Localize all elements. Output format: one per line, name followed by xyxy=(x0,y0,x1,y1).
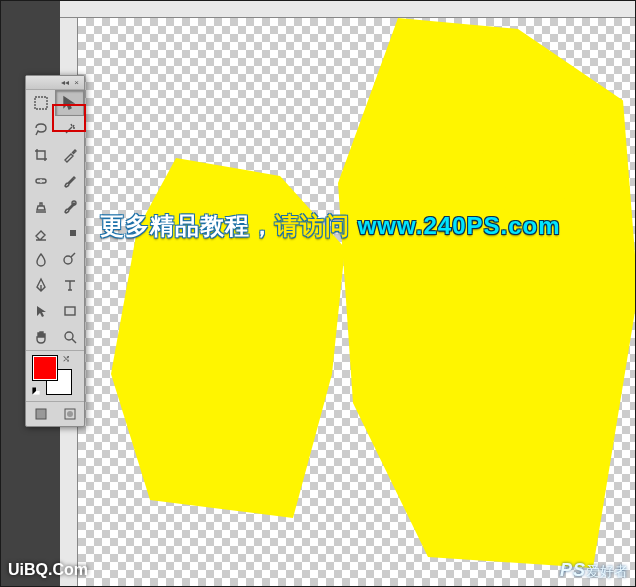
rectangular-marquee-tool[interactable] xyxy=(26,90,55,116)
mode-buttons xyxy=(26,401,84,426)
svg-point-7 xyxy=(65,332,73,340)
svg-rect-8 xyxy=(36,409,46,419)
default-colors-icon[interactable] xyxy=(32,387,39,394)
standard-mode-button[interactable] xyxy=(26,402,55,426)
svg-rect-4 xyxy=(64,230,70,236)
eyedropper-tool[interactable] xyxy=(55,142,84,168)
collapse-icon[interactable]: ◂◂ xyxy=(60,79,69,86)
shape-tool[interactable] xyxy=(55,298,84,324)
brush-tool[interactable] xyxy=(55,168,84,194)
foreground-color-swatch[interactable] xyxy=(32,355,58,381)
pen-tool[interactable] xyxy=(26,272,55,298)
type-tool[interactable] xyxy=(55,272,84,298)
watermark-right: PS爱好者 xyxy=(560,560,628,581)
watermark-left: UiBQ.Com xyxy=(8,561,88,579)
ruler-horizontal[interactable] xyxy=(60,0,636,18)
svg-rect-6 xyxy=(65,307,75,315)
blur-tool[interactable] xyxy=(26,246,55,272)
overlay-url: www.240PS.com xyxy=(358,212,561,239)
lasso-tool[interactable] xyxy=(26,116,55,142)
color-swatch-section: ⤭ xyxy=(26,350,84,401)
dodge-tool[interactable] xyxy=(55,246,84,272)
panel-header: ◂◂ × xyxy=(26,76,84,90)
artwork-calligraphy xyxy=(78,18,636,587)
clone-stamp-tool[interactable] xyxy=(26,194,55,220)
path-selection-tool[interactable] xyxy=(26,298,55,324)
swap-colors-icon[interactable]: ⤭ xyxy=(62,353,74,365)
quick-mask-button[interactable] xyxy=(55,402,84,426)
gradient-tool[interactable] xyxy=(55,220,84,246)
tutorial-overlay-text: 更多精品教程，请访问 www.240PS.com xyxy=(100,210,616,242)
history-brush-tool[interactable] xyxy=(55,194,84,220)
close-icon[interactable]: × xyxy=(72,79,81,86)
hand-tool[interactable] xyxy=(26,324,55,350)
color-swatches: ⤭ xyxy=(32,355,72,395)
watermark-suffix: 爱好者 xyxy=(586,563,628,579)
svg-rect-0 xyxy=(35,97,47,109)
canvas[interactable] xyxy=(78,18,636,587)
zoom-tool[interactable] xyxy=(55,324,84,350)
eraser-tool[interactable] xyxy=(26,220,55,246)
svg-point-10 xyxy=(67,411,73,417)
overlay-action: 请访问 xyxy=(275,212,350,239)
overlay-prefix: 更多精品教程， xyxy=(100,212,275,239)
svg-point-5 xyxy=(64,256,72,264)
crop-tool[interactable] xyxy=(26,142,55,168)
spot-healing-tool[interactable] xyxy=(26,168,55,194)
tutorial-highlight-box xyxy=(52,104,86,132)
watermark-ps: PS xyxy=(560,560,586,580)
